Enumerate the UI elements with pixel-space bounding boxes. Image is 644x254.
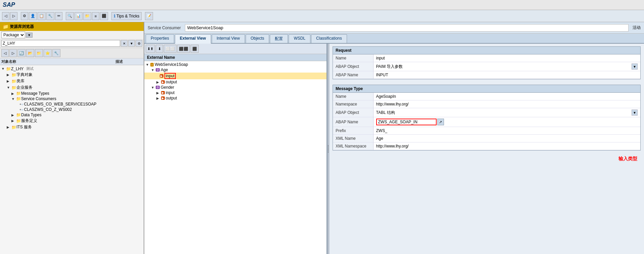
mt-abap-name-browse-btn[interactable]: ↗ bbox=[437, 119, 444, 125]
ext-tree-toolbar: ⬇⬆ ⬇ ⬜⬜ ⬛⬛ ⬛ bbox=[144, 44, 327, 54]
nav-refresh-button[interactable]: 🔄 bbox=[17, 49, 26, 57]
right-panel: Service Consumer WebService1Soap 活动 Prop… bbox=[144, 22, 644, 254]
tree-item-fwdefs[interactable]: ▶ 📁 服务定义 bbox=[0, 118, 144, 124]
tab-peizhi[interactable]: 配置 bbox=[270, 34, 288, 43]
ext-tree-item-gender[interactable]: ▼ ⚙ Gender bbox=[144, 85, 327, 90]
expander-zdx[interactable]: ▶ bbox=[7, 73, 11, 77]
request-abap-object-dropdown-btn[interactable]: ▼ bbox=[632, 64, 638, 70]
mt-abap-object-dropdown-btn[interactable]: ▼ bbox=[632, 110, 638, 116]
ext-tree-item-ws1soap[interactable]: ▼ ○ WebService1Soap bbox=[144, 62, 327, 67]
tree-header: 对象名称 描述 bbox=[0, 58, 144, 65]
ext-expander-gender-input[interactable]: ▶ bbox=[156, 91, 161, 95]
ext-tree-item-input[interactable]: ▶ input bbox=[144, 73, 327, 79]
settings-button[interactable]: ⚙ bbox=[21, 12, 28, 20]
ext-tree-btn4[interactable]: ⬛⬛ bbox=[177, 45, 190, 53]
ext-tree-item-gender-output[interactable]: ▶ ▶ output bbox=[144, 95, 327, 101]
tree-item-ws1[interactable]: ● ○ CLASZWS_CO_WEB_SERVICE1SOAP bbox=[0, 101, 144, 107]
content-area: ⬇⬆ ⬇ ⬜⬜ ⬛⬛ ⬛ External Name ▼ ○ WebServic… bbox=[144, 44, 644, 254]
struct-icon-age: ⚙ bbox=[156, 68, 160, 72]
mt-abap-name-input[interactable] bbox=[376, 119, 437, 125]
expander-zlhy[interactable]: ▼ bbox=[1, 67, 6, 71]
folder-icon-zdx: 📁 bbox=[11, 73, 16, 77]
grid-button[interactable]: ⬛ bbox=[100, 12, 108, 20]
nav-bookmark-button[interactable]: ⭐ bbox=[44, 49, 52, 57]
package-dropdown-arrow[interactable]: ▼ bbox=[26, 33, 33, 38]
folder-button[interactable]: 📁 bbox=[83, 12, 91, 20]
ext-tree-item-age[interactable]: ▼ ⚙ Age bbox=[144, 67, 327, 73]
nav-forward-button[interactable]: ▷ bbox=[9, 49, 17, 57]
ext-label-age: Age bbox=[161, 68, 168, 72]
tab-objects[interactable]: Objects bbox=[246, 34, 269, 43]
tab-external-view[interactable]: External View bbox=[175, 34, 211, 44]
tree-item-ws2[interactable]: ● ○ CLASZWS_CO_Z_WS002 bbox=[0, 107, 144, 112]
mt-name-value: AgeSoapIn bbox=[373, 93, 640, 100]
forward-button[interactable]: ▷ bbox=[10, 12, 17, 20]
tab-properties[interactable]: Properties bbox=[146, 34, 174, 43]
resource-browser-label: 资源库浏览器 bbox=[10, 24, 34, 30]
nav-collapse-button[interactable]: 📁 bbox=[35, 49, 43, 57]
mt-abap-name-label: ABAP Name bbox=[333, 117, 373, 127]
tree-item-datatypes[interactable]: ▶ 📁 Data Types bbox=[0, 112, 144, 118]
nav-back-button[interactable]: ◁ bbox=[1, 49, 9, 57]
label-ws1: CLASZWS_CO_WEB_SERVICE1SOAP bbox=[24, 102, 96, 107]
tree-item-zlhy[interactable]: ▼ 📁 Z_LHY 测试 bbox=[0, 66, 144, 72]
message-type-section-header: Message Type bbox=[333, 85, 640, 93]
note-button[interactable]: 📝 bbox=[145, 12, 153, 20]
search-dropdown-button[interactable]: ▼ bbox=[128, 40, 135, 47]
tips-tricks-button[interactable]: ℹ Tips & Tricks bbox=[111, 12, 142, 20]
list-button[interactable]: ≡ bbox=[92, 12, 99, 20]
ext-tree-btn2[interactable]: ⬇ bbox=[156, 45, 163, 53]
ext-expander-ws1soap[interactable]: ▼ bbox=[146, 63, 150, 67]
tree-item-its[interactable]: ▶ 📁 ITS 服务 bbox=[0, 124, 144, 130]
expander-fwdefs[interactable]: ▶ bbox=[11, 119, 16, 123]
tree-item-qyfw[interactable]: ▼ 📁 企业服务 bbox=[0, 84, 144, 91]
gender-input-icon: ▶ bbox=[161, 91, 165, 94]
package-dropdown-row: Package ▼ bbox=[0, 31, 144, 39]
expander-lk[interactable]: ▶ bbox=[7, 79, 11, 83]
request-table: Name input ABAP Object PAIM 导入参数 ▼ bbox=[333, 54, 640, 79]
search-button[interactable]: 🔍 bbox=[66, 12, 74, 20]
nav-settings-button[interactable]: 🔧 bbox=[52, 49, 60, 57]
tab-wsdl[interactable]: WSDL bbox=[289, 34, 310, 43]
chart-button[interactable]: 📊 bbox=[75, 12, 83, 20]
tab-internal-view[interactable]: Internal View bbox=[212, 34, 245, 43]
ext-expander-gender-output[interactable]: ▶ bbox=[156, 96, 161, 100]
request-row-name: Name input bbox=[333, 54, 640, 62]
tree-item-lk[interactable]: ▶ 📁 类库 bbox=[0, 78, 144, 84]
tab-classifications[interactable]: Classifications bbox=[311, 34, 347, 43]
user-button[interactable]: 👤 bbox=[29, 12, 37, 20]
ext-expander-output[interactable]: ▶ bbox=[156, 80, 161, 84]
expander-datatypes[interactable]: ▶ bbox=[11, 113, 16, 117]
properties-panel: Request Name input ABAP Object PAIM 导入参数 bbox=[329, 44, 644, 254]
tree-item-svccons[interactable]: ▼ 📁 Service Consumers bbox=[0, 96, 144, 101]
ext-tree-item-gender-input[interactable]: ▶ ▶ input bbox=[144, 90, 327, 95]
back-button[interactable]: ◁ bbox=[2, 12, 9, 20]
ext-tree-btn3[interactable]: ⬜⬜ bbox=[164, 45, 177, 53]
ext-tree-btn5[interactable]: ⬛ bbox=[191, 45, 199, 53]
mt-xml-name-label: XML Name bbox=[333, 135, 373, 142]
ext-tree-content: ▼ ○ WebService1Soap ▼ ⚙ Age ▶ input bbox=[144, 61, 327, 254]
ext-tree-item-output[interactable]: ▶ ▶ output bbox=[144, 79, 327, 85]
ext-expander-age[interactable]: ▼ bbox=[151, 68, 156, 72]
nav-expand-button[interactable]: 📂 bbox=[26, 49, 34, 57]
expander-its[interactable]: ▶ bbox=[7, 125, 11, 129]
expander-qyfw[interactable]: ▼ bbox=[7, 86, 11, 89]
package-select[interactable]: Package bbox=[1, 32, 25, 38]
search-clear-button[interactable]: ✕ bbox=[121, 40, 128, 47]
ext-tree-header: External Name bbox=[144, 54, 327, 61]
tree-item-msgtypes[interactable]: ▶ 📁 Message Types bbox=[0, 91, 144, 96]
request-section: Request Name input ABAP Object PAIM 导入参数 bbox=[333, 46, 641, 79]
search-action-button[interactable]: ⚙ bbox=[136, 40, 142, 47]
expander-svccons[interactable]: ▼ bbox=[11, 97, 16, 101]
expander-msgtypes[interactable]: ▶ bbox=[11, 92, 16, 95]
edit-button[interactable]: ✏ bbox=[55, 12, 62, 20]
ext-expander-gender[interactable]: ▼ bbox=[151, 86, 156, 89]
tools-button[interactable]: 🔧 bbox=[46, 12, 54, 20]
main-layout: 📁 资源库浏览器 Package ▼ ✕ ▼ ⚙ ◁ ▷ 🔄 📂 📁 ⭐ 🔧 bbox=[0, 22, 644, 254]
tree-item-zdx[interactable]: ▶ 📁 字典对象 bbox=[0, 72, 144, 78]
clipboard-button[interactable]: 📋 bbox=[38, 12, 46, 20]
ext-tree-btn1[interactable]: ⬇⬆ bbox=[146, 45, 155, 53]
mt-row-xml-name: XML Name Age bbox=[333, 135, 640, 142]
ext-label-gender-output: output bbox=[166, 96, 177, 100]
search-input[interactable] bbox=[1, 40, 120, 47]
